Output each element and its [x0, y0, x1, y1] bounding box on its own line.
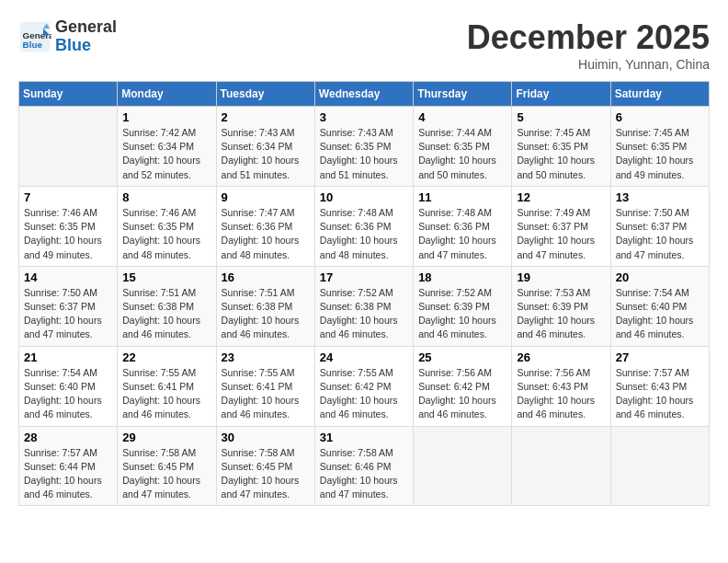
day-info: Sunrise: 7:45 AMSunset: 6:35 PMDaylight:… — [616, 126, 704, 182]
weekday-header-saturday: Saturday — [610, 82, 709, 107]
logo: General Blue General Blue — [18, 18, 117, 55]
day-number: 25 — [418, 350, 506, 364]
day-cell: 16Sunrise: 7:51 AMSunset: 6:38 PMDayligh… — [216, 266, 314, 346]
day-info: Sunrise: 7:46 AMSunset: 6:35 PMDaylight:… — [24, 206, 112, 262]
day-cell: 1Sunrise: 7:42 AMSunset: 6:34 PMDaylight… — [118, 107, 216, 187]
day-info: Sunrise: 7:58 AMSunset: 6:45 PMDaylight:… — [222, 446, 310, 502]
weekday-header-friday: Friday — [512, 82, 610, 107]
day-number: 5 — [517, 110, 605, 124]
day-info: Sunrise: 7:55 AMSunset: 6:42 PMDaylight:… — [320, 366, 408, 422]
day-cell: 4Sunrise: 7:44 AMSunset: 6:35 PMDaylight… — [414, 107, 512, 187]
day-info: Sunrise: 7:48 AMSunset: 6:36 PMDaylight:… — [418, 206, 506, 262]
day-number: 3 — [320, 110, 408, 124]
day-number: 12 — [517, 190, 605, 204]
day-info: Sunrise: 7:50 AMSunset: 6:37 PMDaylight:… — [24, 286, 112, 342]
day-cell: 26Sunrise: 7:56 AMSunset: 6:43 PMDayligh… — [512, 346, 610, 426]
day-number: 13 — [616, 190, 704, 204]
day-cell: 18Sunrise: 7:52 AMSunset: 6:39 PMDayligh… — [414, 266, 512, 346]
week-row-1: 1Sunrise: 7:42 AMSunset: 6:34 PMDaylight… — [19, 107, 710, 187]
day-info: Sunrise: 7:56 AMSunset: 6:43 PMDaylight:… — [517, 366, 605, 422]
day-number: 6 — [616, 110, 704, 124]
day-cell: 22Sunrise: 7:55 AMSunset: 6:41 PMDayligh… — [118, 346, 216, 426]
day-cell: 23Sunrise: 7:55 AMSunset: 6:41 PMDayligh… — [216, 346, 314, 426]
day-info: Sunrise: 7:57 AMSunset: 6:43 PMDaylight:… — [616, 366, 704, 422]
day-number: 22 — [122, 350, 210, 364]
day-number: 31 — [320, 431, 408, 444]
day-number: 19 — [517, 270, 605, 284]
day-info: Sunrise: 7:58 AMSunset: 6:46 PMDaylight:… — [320, 446, 408, 502]
day-cell — [610, 426, 709, 506]
day-cell — [414, 426, 512, 506]
day-info: Sunrise: 7:51 AMSunset: 6:38 PMDaylight:… — [122, 286, 210, 342]
day-info: Sunrise: 7:42 AMSunset: 6:34 PMDaylight:… — [122, 126, 210, 182]
day-number: 9 — [222, 190, 310, 204]
day-info: Sunrise: 7:48 AMSunset: 6:36 PMDaylight:… — [320, 206, 408, 262]
day-cell: 19Sunrise: 7:53 AMSunset: 6:39 PMDayligh… — [512, 266, 610, 346]
day-number: 20 — [616, 270, 704, 284]
svg-text:Blue: Blue — [23, 39, 43, 49]
title-block: December 2025 Huimin, Yunnan, China — [467, 18, 710, 72]
week-row-5: 28Sunrise: 7:57 AMSunset: 6:44 PMDayligh… — [19, 426, 710, 506]
day-cell — [19, 107, 118, 187]
day-cell: 27Sunrise: 7:57 AMSunset: 6:43 PMDayligh… — [610, 346, 709, 426]
day-number: 16 — [222, 270, 310, 284]
day-cell: 2Sunrise: 7:43 AMSunset: 6:34 PMDaylight… — [216, 107, 314, 187]
day-number: 2 — [222, 110, 310, 124]
calendar-table: SundayMondayTuesdayWednesdayThursdayFrid… — [18, 81, 710, 506]
day-number: 14 — [24, 270, 112, 284]
day-cell: 29Sunrise: 7:58 AMSunset: 6:45 PMDayligh… — [118, 426, 216, 506]
week-row-2: 7Sunrise: 7:46 AMSunset: 6:35 PMDaylight… — [19, 186, 710, 266]
day-cell: 17Sunrise: 7:52 AMSunset: 6:38 PMDayligh… — [314, 266, 413, 346]
day-cell: 15Sunrise: 7:51 AMSunset: 6:38 PMDayligh… — [118, 266, 216, 346]
day-cell — [512, 426, 610, 506]
day-info: Sunrise: 7:43 AMSunset: 6:35 PMDaylight:… — [320, 126, 408, 182]
day-cell: 12Sunrise: 7:49 AMSunset: 6:37 PMDayligh… — [512, 186, 610, 266]
day-cell: 10Sunrise: 7:48 AMSunset: 6:36 PMDayligh… — [314, 186, 413, 266]
day-info: Sunrise: 7:53 AMSunset: 6:39 PMDaylight:… — [517, 286, 605, 342]
weekday-header-sunday: Sunday — [19, 82, 118, 107]
day-number: 10 — [320, 190, 408, 204]
day-info: Sunrise: 7:50 AMSunset: 6:37 PMDaylight:… — [616, 206, 704, 262]
day-info: Sunrise: 7:56 AMSunset: 6:42 PMDaylight:… — [418, 366, 506, 422]
day-number: 21 — [24, 350, 112, 364]
day-info: Sunrise: 7:52 AMSunset: 6:39 PMDaylight:… — [418, 286, 506, 342]
day-cell: 9Sunrise: 7:47 AMSunset: 6:36 PMDaylight… — [216, 186, 314, 266]
day-cell: 5Sunrise: 7:45 AMSunset: 6:35 PMDaylight… — [512, 107, 610, 187]
day-info: Sunrise: 7:55 AMSunset: 6:41 PMDaylight:… — [222, 366, 310, 422]
day-info: Sunrise: 7:43 AMSunset: 6:34 PMDaylight:… — [222, 126, 310, 182]
day-number: 11 — [418, 190, 506, 204]
day-info: Sunrise: 7:44 AMSunset: 6:35 PMDaylight:… — [418, 126, 506, 182]
day-info: Sunrise: 7:57 AMSunset: 6:44 PMDaylight:… — [24, 446, 112, 502]
day-number: 26 — [517, 350, 605, 364]
day-number: 1 — [122, 110, 210, 124]
day-number: 30 — [222, 431, 310, 444]
logo-general: General — [55, 18, 117, 37]
day-cell: 31Sunrise: 7:58 AMSunset: 6:46 PMDayligh… — [314, 426, 413, 506]
day-number: 17 — [320, 270, 408, 284]
day-info: Sunrise: 7:54 AMSunset: 6:40 PMDaylight:… — [616, 286, 704, 342]
weekday-header-wednesday: Wednesday — [314, 82, 413, 107]
day-cell: 25Sunrise: 7:56 AMSunset: 6:42 PMDayligh… — [414, 346, 512, 426]
day-cell: 20Sunrise: 7:54 AMSunset: 6:40 PMDayligh… — [610, 266, 709, 346]
day-cell: 13Sunrise: 7:50 AMSunset: 6:37 PMDayligh… — [610, 186, 709, 266]
day-info: Sunrise: 7:54 AMSunset: 6:40 PMDaylight:… — [24, 366, 112, 422]
day-info: Sunrise: 7:46 AMSunset: 6:35 PMDaylight:… — [122, 206, 210, 262]
week-row-4: 21Sunrise: 7:54 AMSunset: 6:40 PMDayligh… — [19, 346, 710, 426]
day-info: Sunrise: 7:51 AMSunset: 6:38 PMDaylight:… — [222, 286, 310, 342]
day-cell: 7Sunrise: 7:46 AMSunset: 6:35 PMDaylight… — [19, 186, 118, 266]
day-number: 27 — [616, 350, 704, 364]
day-number: 8 — [122, 190, 210, 204]
day-number: 18 — [418, 270, 506, 284]
weekday-header-monday: Monday — [118, 82, 216, 107]
day-number: 23 — [222, 350, 310, 364]
day-number: 24 — [320, 350, 408, 364]
day-number: 15 — [122, 270, 210, 284]
logo-blue: Blue — [55, 37, 117, 55]
day-info: Sunrise: 7:45 AMSunset: 6:35 PMDaylight:… — [517, 126, 605, 182]
day-cell: 30Sunrise: 7:58 AMSunset: 6:45 PMDayligh… — [216, 426, 314, 506]
weekday-header-thursday: Thursday — [414, 82, 512, 107]
day-info: Sunrise: 7:58 AMSunset: 6:45 PMDaylight:… — [122, 446, 210, 502]
month-title: December 2025 — [467, 18, 710, 57]
logo-icon: General Blue — [18, 20, 51, 53]
day-cell: 21Sunrise: 7:54 AMSunset: 6:40 PMDayligh… — [19, 346, 118, 426]
